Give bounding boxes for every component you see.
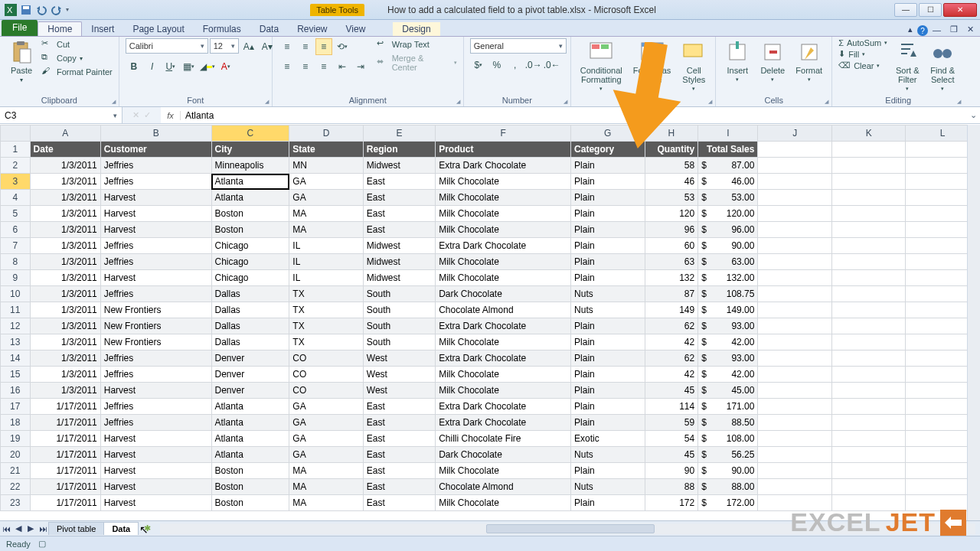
data-cell[interactable]: Plain bbox=[571, 158, 645, 174]
data-cell[interactable]: East bbox=[363, 206, 435, 222]
data-cell[interactable] bbox=[758, 399, 831, 415]
sheet-tab-data[interactable]: Data bbox=[103, 522, 139, 535]
wrap-text-button[interactable]: ↩Wrap Text bbox=[377, 38, 457, 51]
data-cell[interactable] bbox=[758, 383, 831, 399]
data-cell[interactable] bbox=[758, 302, 831, 318]
sheet-nav-prev-icon[interactable]: ◀ bbox=[12, 523, 24, 533]
data-cell[interactable]: Milk Chocolate bbox=[436, 383, 571, 399]
data-cell[interactable]: West bbox=[363, 350, 435, 367]
data-cell[interactable]: South bbox=[363, 318, 435, 334]
data-cell[interactable]: Extra Dark Chocolate bbox=[436, 318, 571, 334]
data-cell[interactable]: GA bbox=[289, 174, 363, 190]
data-cell[interactable]: East bbox=[363, 174, 435, 190]
number-format-combo[interactable]: General▾ bbox=[470, 38, 567, 54]
data-cell[interactable]: Harvest bbox=[100, 431, 211, 447]
data-cell[interactable]: Milk Chocolate bbox=[436, 463, 571, 479]
data-cell[interactable] bbox=[831, 431, 905, 447]
data-cell[interactable]: 58 bbox=[645, 158, 698, 174]
data-cell[interactable]: 53 bbox=[645, 190, 698, 206]
format-cells-button[interactable]: Format▾ bbox=[792, 38, 825, 84]
data-cell[interactable]: Boston bbox=[211, 495, 289, 511]
save-icon[interactable] bbox=[20, 4, 32, 16]
header-cell[interactable] bbox=[831, 142, 905, 158]
find-select-button[interactable]: Find & Select▾ bbox=[927, 38, 958, 93]
data-cell[interactable] bbox=[831, 158, 905, 174]
header-cell[interactable]: City bbox=[211, 142, 289, 158]
italic-button[interactable]: I bbox=[144, 58, 161, 75]
column-header[interactable]: A bbox=[30, 126, 100, 142]
row-header[interactable]: 9 bbox=[1, 270, 31, 286]
data-cell[interactable]: 120 bbox=[645, 206, 698, 222]
data-cell[interactable]: East bbox=[363, 495, 435, 511]
data-cell[interactable] bbox=[758, 222, 831, 238]
data-cell[interactable]: 1/3/2011 bbox=[30, 286, 100, 302]
data-cell[interactable]: Boston bbox=[211, 206, 289, 222]
data-cell[interactable]: East bbox=[363, 447, 435, 463]
data-cell[interactable]: Plain bbox=[571, 415, 645, 431]
data-cell[interactable]: 1/3/2011 bbox=[30, 350, 100, 367]
row-header[interactable]: 19 bbox=[1, 431, 31, 447]
data-cell[interactable]: 63 bbox=[645, 254, 698, 270]
data-cell[interactable]: $45.00 bbox=[698, 383, 758, 399]
header-cell[interactable]: Total Sales bbox=[698, 142, 758, 158]
select-all-corner[interactable] bbox=[1, 126, 31, 142]
data-cell[interactable]: 62 bbox=[645, 350, 698, 367]
header-cell[interactable]: Customer bbox=[100, 142, 211, 158]
data-cell[interactable]: 62 bbox=[645, 318, 698, 334]
row-header[interactable]: 5 bbox=[1, 206, 31, 222]
data-cell[interactable] bbox=[831, 479, 905, 495]
data-cell[interactable]: Harvest bbox=[100, 206, 211, 222]
data-cell[interactable]: $42.00 bbox=[698, 367, 758, 383]
data-cell[interactable] bbox=[906, 415, 967, 431]
data-cell[interactable]: Chocolate Almond bbox=[436, 479, 571, 495]
data-cell[interactable] bbox=[758, 174, 831, 190]
data-cell[interactable]: $56.25 bbox=[698, 447, 758, 463]
percent-button[interactable]: % bbox=[488, 57, 505, 73]
data-cell[interactable]: Plain bbox=[571, 238, 645, 254]
data-cell[interactable]: $132.00 bbox=[698, 270, 758, 286]
data-cell[interactable] bbox=[758, 190, 831, 206]
data-cell[interactable]: 1/3/2011 bbox=[30, 174, 100, 190]
row-header[interactable]: 20 bbox=[1, 447, 31, 463]
data-cell[interactable] bbox=[758, 431, 831, 447]
data-cell[interactable]: Dallas bbox=[211, 318, 289, 334]
data-cell[interactable] bbox=[906, 318, 967, 334]
data-cell[interactable]: 1/3/2011 bbox=[30, 334, 100, 350]
data-cell[interactable]: Plain bbox=[571, 383, 645, 399]
data-cell[interactable]: 1/3/2011 bbox=[30, 190, 100, 206]
data-cell[interactable]: East bbox=[363, 190, 435, 206]
data-cell[interactable]: 88 bbox=[645, 479, 698, 495]
data-cell[interactable] bbox=[906, 350, 967, 367]
data-cell[interactable] bbox=[758, 158, 831, 174]
tab-page-layout[interactable]: Page Layout bbox=[123, 22, 193, 36]
column-header[interactable]: C bbox=[211, 126, 289, 142]
data-cell[interactable]: Plain bbox=[571, 495, 645, 511]
data-cell[interactable] bbox=[906, 399, 967, 415]
data-cell[interactable] bbox=[906, 334, 967, 350]
tab-home[interactable]: Home bbox=[38, 21, 82, 36]
data-cell[interactable]: 1/3/2011 bbox=[30, 383, 100, 399]
data-cell[interactable]: Plain bbox=[571, 270, 645, 286]
sort-filter-button[interactable]: Sort & Filter▾ bbox=[892, 38, 923, 93]
merge-center-button[interactable]: ⬌Merge & Center▾ bbox=[377, 54, 457, 72]
data-cell[interactable]: Atlanta bbox=[211, 415, 289, 431]
data-cell[interactable] bbox=[906, 158, 967, 174]
data-cell[interactable]: Milk Chocolate bbox=[436, 334, 571, 350]
data-cell[interactable] bbox=[831, 302, 905, 318]
data-cell[interactable]: TX bbox=[289, 302, 363, 318]
row-header[interactable]: 15 bbox=[1, 367, 31, 383]
data-cell[interactable]: 1/3/2011 bbox=[30, 302, 100, 318]
spreadsheet-grid[interactable]: ABCDEFGHIJKL1DateCustomerCityStateRegion… bbox=[0, 125, 967, 511]
data-cell[interactable]: 1/3/2011 bbox=[30, 206, 100, 222]
data-cell[interactable]: Plain bbox=[571, 206, 645, 222]
data-cell[interactable]: MA bbox=[289, 463, 363, 479]
data-cell[interactable]: Nuts bbox=[571, 302, 645, 318]
header-cell[interactable]: Region bbox=[363, 142, 435, 158]
row-header[interactable]: 12 bbox=[1, 318, 31, 334]
data-cell[interactable]: 1/3/2011 bbox=[30, 270, 100, 286]
cell-styles-button[interactable]: Cell Styles▾ bbox=[678, 38, 709, 93]
close-button[interactable]: ✕ bbox=[943, 3, 977, 17]
data-cell[interactable]: $53.00 bbox=[698, 190, 758, 206]
data-cell[interactable]: Milk Chocolate bbox=[436, 174, 571, 190]
data-cell[interactable] bbox=[831, 286, 905, 302]
